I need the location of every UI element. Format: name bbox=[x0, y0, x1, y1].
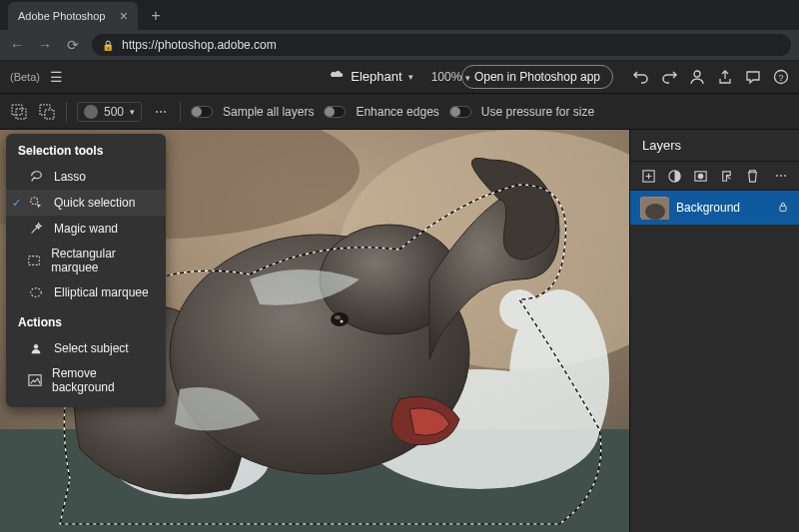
close-icon[interactable]: × bbox=[120, 8, 128, 24]
help-icon[interactable]: ? bbox=[773, 69, 789, 85]
svg-rect-24 bbox=[29, 257, 40, 266]
svg-point-25 bbox=[31, 288, 42, 297]
share-icon[interactable] bbox=[717, 69, 733, 85]
tool-label: Lasso bbox=[54, 170, 86, 184]
layers-toolbar: ⋯ bbox=[630, 162, 799, 191]
cloud-icon bbox=[329, 69, 345, 84]
remove-background-icon bbox=[27, 372, 42, 388]
browser-tab-strip: Adobe Photoshop × + bbox=[0, 0, 799, 30]
adjustment-layer-icon[interactable] bbox=[666, 168, 682, 184]
svg-rect-34 bbox=[780, 206, 786, 211]
quick-selection-icon bbox=[28, 195, 44, 211]
options-bar: 500 ▾ ⋯ Sample all layers Enhance edges … bbox=[0, 94, 799, 130]
reload-icon[interactable]: ⟳ bbox=[64, 37, 82, 53]
open-in-app-button[interactable]: Open in Photoshop app bbox=[461, 65, 613, 89]
zoom-dropdown[interactable]: 100% ▾ bbox=[431, 70, 470, 84]
menu-icon[interactable]: ☰ bbox=[50, 69, 63, 85]
main-area: Selection tools Lasso ✓ Quick selection … bbox=[0, 130, 799, 532]
use-pressure-toggle[interactable] bbox=[449, 106, 471, 118]
brush-size-input[interactable]: 500 ▾ bbox=[77, 102, 142, 122]
check-icon: ✓ bbox=[12, 197, 22, 210]
lock-icon[interactable] bbox=[777, 201, 789, 215]
svg-point-26 bbox=[34, 344, 38, 348]
redo-icon[interactable] bbox=[661, 69, 677, 85]
rectangular-marquee-icon bbox=[27, 253, 41, 268]
tab-title: Adobe Photoshop bbox=[18, 10, 105, 22]
svg-point-20 bbox=[331, 312, 349, 326]
layers-panel: Layers ⋯ Background bbox=[629, 130, 799, 532]
lasso-icon bbox=[28, 169, 44, 185]
sample-all-label: Sample all layers bbox=[223, 105, 314, 119]
url-text: https://photoshop.adobe.com bbox=[122, 38, 277, 52]
select-subject-icon bbox=[28, 340, 44, 356]
beta-label: (Beta) bbox=[10, 71, 40, 83]
layers-header: Layers bbox=[630, 130, 799, 162]
document-name-dropdown[interactable]: Elephant ▾ bbox=[329, 69, 412, 84]
elliptical-marquee-icon bbox=[28, 284, 44, 300]
more-options-icon[interactable]: ⋯ bbox=[152, 103, 170, 121]
action-remove-background[interactable]: Remove background bbox=[6, 361, 166, 399]
undo-icon[interactable] bbox=[633, 69, 649, 85]
brush-preview-icon bbox=[84, 105, 98, 119]
selection-tools-header: Selection tools bbox=[6, 142, 166, 164]
browser-toolbar: ← → ⟳ 🔒 https://photoshop.adobe.com bbox=[0, 30, 799, 60]
app-top-bar: (Beta) ☰ Elephant ▾ 100% ▾ Open in Photo… bbox=[0, 60, 799, 94]
lock-icon: 🔒 bbox=[102, 40, 114, 51]
svg-point-31 bbox=[697, 173, 703, 179]
magic-wand-icon bbox=[28, 221, 44, 237]
canvas[interactable]: Selection tools Lasso ✓ Quick selection … bbox=[0, 130, 629, 532]
add-layer-icon[interactable] bbox=[640, 168, 656, 184]
svg-point-23 bbox=[31, 198, 38, 205]
tool-label: Magic wand bbox=[54, 222, 118, 236]
svg-point-0 bbox=[694, 71, 700, 77]
svg-rect-6 bbox=[45, 110, 54, 119]
user-icon[interactable] bbox=[689, 69, 705, 85]
clip-icon[interactable] bbox=[718, 168, 734, 184]
svg-rect-27 bbox=[28, 375, 40, 386]
tool-magic-wand[interactable]: Magic wand bbox=[6, 216, 166, 242]
use-pressure-label: Use pressure for size bbox=[481, 105, 594, 119]
tool-elliptical-marquee[interactable]: Elliptical marquee bbox=[6, 279, 166, 305]
back-icon[interactable]: ← bbox=[8, 37, 26, 53]
tool-label: Rectangular marquee bbox=[51, 247, 154, 274]
tool-label: Quick selection bbox=[54, 196, 135, 210]
new-tab-button[interactable]: + bbox=[144, 4, 168, 28]
svg-point-33 bbox=[645, 204, 665, 220]
browser-tab[interactable]: Adobe Photoshop × bbox=[8, 2, 138, 30]
subtract-selection-icon[interactable] bbox=[38, 103, 56, 121]
tool-quick-selection[interactable]: ✓ Quick selection bbox=[6, 190, 166, 216]
action-label: Select subject bbox=[54, 341, 129, 355]
actions-header: Actions bbox=[6, 313, 166, 335]
tool-label: Elliptical marquee bbox=[54, 285, 149, 299]
svg-point-21 bbox=[335, 315, 341, 319]
tool-rectangular-marquee[interactable]: Rectangular marquee bbox=[6, 242, 166, 279]
chevron-down-icon: ▾ bbox=[465, 73, 470, 83]
comment-icon[interactable] bbox=[745, 69, 761, 85]
layer-row[interactable]: Background bbox=[630, 191, 799, 225]
svg-rect-3 bbox=[12, 105, 22, 115]
chevron-down-icon: ▾ bbox=[408, 72, 413, 82]
brush-size-value: 500 bbox=[104, 105, 124, 119]
svg-rect-4 bbox=[16, 109, 26, 119]
svg-text:?: ? bbox=[778, 73, 783, 83]
sample-all-layers-toggle[interactable] bbox=[191, 106, 213, 118]
selection-tools-panel: Selection tools Lasso ✓ Quick selection … bbox=[6, 134, 166, 407]
chevron-down-icon: ▾ bbox=[130, 107, 135, 117]
svg-point-22 bbox=[341, 320, 344, 323]
more-icon[interactable]: ⋯ bbox=[773, 168, 789, 184]
svg-point-16 bbox=[499, 289, 539, 329]
action-label: Remove background bbox=[52, 366, 154, 394]
tool-lasso[interactable]: Lasso bbox=[6, 164, 166, 190]
enhance-edges-label: Enhance edges bbox=[356, 105, 438, 119]
layer-name: Background bbox=[676, 201, 769, 215]
enhance-edges-toggle[interactable] bbox=[324, 106, 346, 118]
forward-icon[interactable]: → bbox=[36, 37, 54, 53]
delete-icon[interactable] bbox=[744, 168, 760, 184]
layer-thumbnail bbox=[640, 197, 668, 219]
add-to-selection-icon[interactable] bbox=[10, 103, 28, 121]
document-name: Elephant bbox=[351, 69, 401, 84]
action-select-subject[interactable]: Select subject bbox=[6, 335, 166, 361]
url-bar[interactable]: 🔒 https://photoshop.adobe.com bbox=[92, 34, 791, 56]
mask-icon[interactable] bbox=[692, 168, 708, 184]
